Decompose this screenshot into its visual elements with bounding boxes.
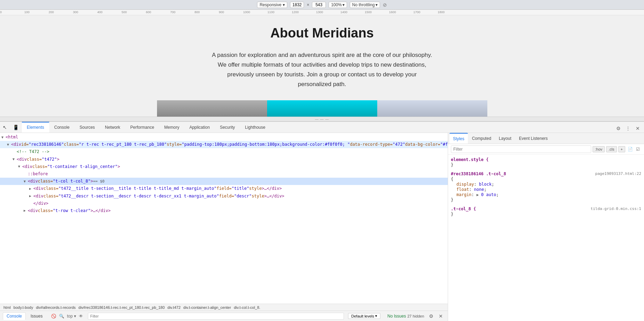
more-options-button[interactable]: ⋮ xyxy=(624,124,632,133)
tab-sources[interactable]: Sources xyxy=(75,122,100,133)
right-panel-tabs: Styles Computed Layout Event Listeners xyxy=(448,133,644,144)
attr-field-title: field= xyxy=(216,185,231,192)
add-style-button[interactable]: + xyxy=(618,146,625,152)
tab-network[interactable]: Network xyxy=(100,122,125,133)
height-input[interactable] xyxy=(312,2,326,8)
rp-tab-computed[interactable]: Computed xyxy=(469,133,495,144)
attr-data-record-val: "472" xyxy=(393,141,405,148)
throttle-select[interactable]: No throttling ▾ xyxy=(350,2,380,8)
eye-icon[interactable]: 👁 xyxy=(78,313,84,319)
tree-line-div-rec[interactable]: <div id="rec338186146" class="r t-rec t-… xyxy=(0,141,448,148)
zoom-label: 100% xyxy=(331,2,342,7)
tree-line-div-t472[interactable]: <div class="t472" > xyxy=(0,156,448,163)
clear-console-icon[interactable]: 🚫 xyxy=(50,313,57,319)
tree-line-col8[interactable]: <div class="t-col t-col_8" > == $0 xyxy=(0,178,448,185)
bc-html[interactable]: html xyxy=(3,305,11,310)
throttle-label: No throttling xyxy=(352,2,375,7)
cls-button[interactable]: .cls xyxy=(606,146,617,152)
tab-application[interactable]: Application xyxy=(184,122,215,133)
css-source-3: tilda-grid-0.min.css:1 xyxy=(591,206,641,211)
attr-data-bg-val: "#f0f0f0" xyxy=(440,141,448,148)
ruler: 0100200300400500600700800900100011001200… xyxy=(0,10,644,15)
drag-dots: — — — xyxy=(315,117,329,121)
css-brace-2: } xyxy=(451,197,453,202)
tree-line-title-div[interactable]: <div class="t472__title t-section__title… xyxy=(0,185,448,192)
drag-handle[interactable]: — — — xyxy=(0,117,644,121)
width-input[interactable] xyxy=(290,2,304,8)
css-source-2: page19093137.html:22 xyxy=(595,171,641,176)
bc-t472[interactable]: div.t472 xyxy=(167,305,181,310)
hov-button[interactable]: :hov xyxy=(593,146,605,152)
attr-class-col8: class= xyxy=(38,178,53,185)
throttle-dropdown-icon: ▾ xyxy=(375,2,378,7)
settings-icon-button[interactable]: ⚙ xyxy=(614,124,622,133)
airport-image-content: Gates A22-A26 → xyxy=(157,100,267,117)
triangle-html xyxy=(1,135,6,140)
settings-bottom-button[interactable]: ⚙ xyxy=(427,312,435,320)
tab-memory[interactable]: Memory xyxy=(159,122,184,133)
rp-tab-layout[interactable]: Layout xyxy=(495,133,515,144)
tag-container: <div xyxy=(22,163,32,170)
css-rule-col8-global: .t-col_8 { tilda-grid-0.min.css:1 } xyxy=(451,206,641,217)
breadcrumb: html body.t-body div#allrecords.t-record… xyxy=(0,304,448,311)
zoom-select[interactable]: 100% ▾ xyxy=(329,2,347,8)
tree-line-html[interactable]: <html xyxy=(0,134,448,141)
dt-icon-inspect[interactable]: ↖ xyxy=(0,122,10,133)
close-devtools-button[interactable]: ✕ xyxy=(634,124,642,133)
css-prop-float: float: none; xyxy=(451,187,641,192)
bc-col8[interactable]: div.t-col.t-col_8. xyxy=(233,305,261,310)
image-city xyxy=(377,100,487,117)
css-semi-2: ; xyxy=(484,187,486,192)
triangle-descr xyxy=(29,193,33,199)
tab-console[interactable]: Console xyxy=(49,122,75,133)
styles-filter-input[interactable] xyxy=(451,145,591,153)
tab-performance[interactable]: Performance xyxy=(125,122,159,133)
rp-tab-styles[interactable]: Styles xyxy=(449,133,468,144)
css-semi-1: ; xyxy=(492,182,494,187)
default-levels-icon: ▾ xyxy=(375,314,377,318)
tree-line-close-div[interactable]: </div> xyxy=(0,200,448,207)
console-controls: 🚫 🔍 top ▾ 👁 xyxy=(50,313,84,319)
attr-style-title: style xyxy=(249,185,262,192)
default-levels-button[interactable]: Default levels ▾ xyxy=(348,313,380,319)
tree-line-trow[interactable]: <div class="t-row t-clear" >…</div> xyxy=(0,207,448,214)
close-div-tag: </div> xyxy=(33,200,48,207)
console-tab-issues[interactable]: Issues xyxy=(27,313,46,320)
top-context-icon[interactable]: top ▾ xyxy=(66,313,77,319)
tree-line-descr-div[interactable]: <div class="t472__descr t-section__descr… xyxy=(0,193,448,200)
console-tab-console[interactable]: Console xyxy=(3,312,26,320)
html-tree[interactable]: <html <div id="rec338186146" class="r t-… xyxy=(0,133,448,304)
tree-line-comment[interactable]: <!-- T472 --> xyxy=(0,148,448,155)
image-tram xyxy=(267,100,377,117)
tag-descr-div: <div xyxy=(33,193,43,200)
tag-col8-close: > xyxy=(91,178,93,185)
tram-image-content xyxy=(267,100,377,117)
attr-field-descr: field= xyxy=(219,193,234,200)
tree-line-before[interactable]: ::before xyxy=(0,170,448,178)
bc-body[interactable]: body.t-body xyxy=(13,305,34,310)
new-style-rule-button[interactable]: 📄 xyxy=(627,146,634,153)
css-close-1: } xyxy=(451,162,641,167)
rp-tab-event-listeners[interactable]: Event Listeners xyxy=(515,133,551,144)
images-row: Gates A22-A26 → xyxy=(122,100,523,117)
console-filter-input[interactable] xyxy=(88,313,344,320)
tab-security[interactable]: Security xyxy=(215,122,240,133)
attr-class-descr: class= xyxy=(43,193,58,200)
css-selector-2: #rec338186146 .t-col_8 xyxy=(451,171,506,176)
responsive-select[interactable]: Responsive ▾ xyxy=(257,2,287,8)
toggle-element-state-button[interactable]: ☑ xyxy=(634,146,641,153)
bc-rec[interactable]: div#rec338186146.t-rec.t-rec_pt_180.t-re… xyxy=(78,305,165,310)
filter-console-icon[interactable]: 🔍 xyxy=(58,313,65,319)
tab-lighthouse[interactable]: Lighthouse xyxy=(240,122,271,133)
triangle-trow xyxy=(24,208,28,213)
dollar-zero: == $0 xyxy=(93,178,105,185)
tag-title-ellipsis: >…</div> xyxy=(262,185,282,192)
dt-icon-device[interactable]: 📱 xyxy=(10,122,22,133)
bc-allrecords[interactable]: div#allrecords.t-records xyxy=(35,305,76,310)
attr-class-val: "r t-rec t-rec_pt_180 t-rec_pb_180" xyxy=(79,141,167,148)
page-frame: About Meridians A passion for exploratio… xyxy=(115,15,530,117)
close-bottom-button[interactable]: ✕ xyxy=(437,312,445,320)
bc-container[interactable]: div.t-container.t-align_center xyxy=(183,305,232,310)
tree-line-container[interactable]: <div class="t-container t-align_center" … xyxy=(0,163,448,170)
tab-elements[interactable]: Elements xyxy=(22,122,49,133)
